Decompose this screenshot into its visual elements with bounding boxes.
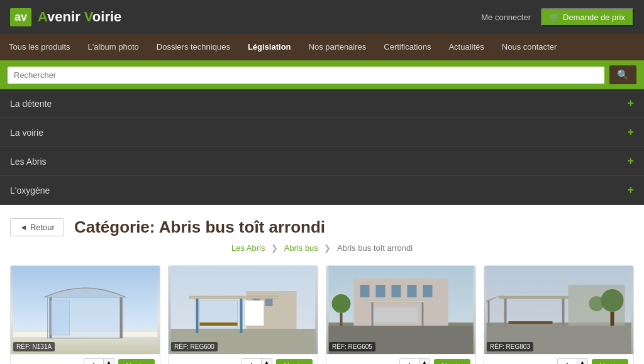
expand-icon-oxygene: + <box>627 184 634 197</box>
category-label-detente: La détente <box>10 99 52 109</box>
product-card-1: RÉF: N131A ▲ ▼ Ajouter <box>10 265 160 364</box>
qty-up-4[interactable]: ▲ <box>577 359 587 364</box>
header-right: Me connecter 🛒 Demande de prix <box>481 8 634 26</box>
add-button-4[interactable]: Ajouter <box>592 359 628 364</box>
svg-rect-36 <box>499 296 569 299</box>
breadcrumb-sep2: ❯ <box>324 243 333 253</box>
cart-button[interactable]: 🛒 Demande de prix <box>541 8 634 26</box>
qty-spinners-4: ▲ ▼ <box>577 359 587 364</box>
qty-spinners-3: ▲ ▼ <box>419 359 430 364</box>
search-bar: 🔍 <box>0 60 644 89</box>
svg-point-43 <box>589 296 604 311</box>
category-label-oxygene: L'oxygène <box>10 185 50 196</box>
svg-rect-13 <box>196 299 199 333</box>
svg-rect-25 <box>423 285 433 297</box>
breadcrumb-current: Abris bus toît arrondi <box>337 243 413 253</box>
bus-shelter-svg-4 <box>484 266 633 354</box>
back-label: Retour <box>30 223 55 232</box>
nav-certifications[interactable]: Certifications <box>375 34 440 60</box>
ref-badge-3: RÉF: REG605 <box>329 342 375 351</box>
svg-rect-6 <box>51 301 70 335</box>
svg-rect-12 <box>190 296 278 299</box>
nav-tous-produits[interactable]: Tous les produits <box>0 34 79 60</box>
qty-up-3[interactable]: ▲ <box>419 359 430 364</box>
svg-rect-5 <box>120 297 123 338</box>
category-item-oxygene[interactable]: L'oxygène + <box>0 176 644 205</box>
qty-field-3[interactable] <box>400 360 419 364</box>
ref-badge-4: RÉF: REG803 <box>487 342 533 351</box>
login-link[interactable]: Me connecter <box>481 13 531 22</box>
logo-area: av Avenir Voirie <box>10 8 121 26</box>
ref-badge-1: RÉF: N131A <box>13 342 55 351</box>
breadcrumb-abris[interactable]: Les Abris <box>231 243 265 253</box>
svg-rect-38 <box>562 299 565 327</box>
qty-input-4[interactable]: ▲ ▼ <box>557 358 588 364</box>
search-icon: 🔍 <box>617 69 629 80</box>
product-image-2: RÉF: REG600 <box>169 266 318 354</box>
qty-input-3[interactable]: ▲ ▼ <box>399 358 430 364</box>
add-button-1[interactable]: Ajouter <box>118 359 155 364</box>
ref-badge-2: RÉF: REG600 <box>171 342 218 351</box>
svg-rect-14 <box>240 299 243 333</box>
page-header: ◄ Retour Catégorie: Abris bus toît arron… <box>10 218 634 237</box>
bus-shelter-svg-2 <box>169 266 318 354</box>
search-button[interactable]: 🔍 <box>609 65 636 84</box>
cart-icon: 🛒 <box>550 13 560 22</box>
brand-v: V <box>84 9 92 25</box>
qty-input-2[interactable]: ▲ ▼ <box>242 358 272 364</box>
logo-letters: av <box>14 11 27 23</box>
qty-up-2[interactable]: ▲ <box>262 359 272 364</box>
svg-rect-21 <box>360 285 370 297</box>
main-nav: Tous les produits L'album photo Dossiers… <box>0 34 644 60</box>
svg-rect-16 <box>200 323 238 326</box>
expand-icon-detente: + <box>627 97 634 110</box>
product-footer-1: ▲ ▼ Ajouter <box>11 354 160 364</box>
svg-rect-26 <box>367 301 430 302</box>
nav-album-photo[interactable]: L'album photo <box>79 34 148 60</box>
svg-rect-42 <box>611 312 614 326</box>
category-item-detente[interactable]: La détente + <box>0 89 644 118</box>
breadcrumb: Les Abris ❯ Abris bus ❯ Abris bus toît a… <box>10 243 634 253</box>
expand-icon-voirie: + <box>627 126 634 139</box>
nav-actualites[interactable]: Actualités <box>440 34 492 60</box>
svg-rect-37 <box>504 299 507 327</box>
nav-dossiers[interactable]: Dossiers techniques <box>148 34 239 60</box>
bus-shelter-svg-1 <box>11 266 160 354</box>
category-label-abris: Les Abris <box>10 157 47 167</box>
qty-field-4[interactable] <box>558 360 577 364</box>
product-card-2: RÉF: REG600 ▲ ▼ Ajouter <box>168 265 318 364</box>
add-button-2[interactable]: Ajouter <box>276 359 313 364</box>
header: av Avenir Voirie Me connecter 🛒 Demande … <box>0 0 644 34</box>
svg-rect-23 <box>392 285 401 297</box>
brand-name: Avenir Voirie <box>38 9 121 25</box>
qty-input-1[interactable]: ▲ ▼ <box>84 358 114 364</box>
qty-field-2[interactable] <box>242 360 261 364</box>
logo-box: av <box>10 8 31 26</box>
category-item-voirie[interactable]: La voirie + <box>0 118 644 147</box>
qty-up-1[interactable]: ▲ <box>104 359 114 364</box>
svg-rect-24 <box>408 285 417 297</box>
breadcrumb-abris-bus[interactable]: Abris bus <box>284 243 318 253</box>
search-input[interactable] <box>8 67 604 84</box>
product-grid: RÉF: N131A ▲ ▼ Ajouter <box>10 265 634 364</box>
back-button[interactable]: ◄ Retour <box>10 218 64 236</box>
bus-shelter-svg-3 <box>326 266 475 354</box>
qty-field-1[interactable] <box>84 360 103 364</box>
product-footer-4: ▲ ▼ Ajouter <box>484 354 633 364</box>
product-image-4: RÉF: REG803 <box>484 266 633 354</box>
svg-point-41 <box>601 289 624 312</box>
nav-contact[interactable]: Nous contacter <box>493 34 565 60</box>
cart-label: Demande de prix <box>563 13 625 22</box>
nav-legislation[interactable]: Législation <box>239 34 300 60</box>
nav-partenaires[interactable]: Nos partenaires <box>300 34 375 60</box>
qty-spinners-1: ▲ ▼ <box>103 359 114 364</box>
svg-rect-40 <box>509 321 553 324</box>
main-content: ◄ Retour Catégorie: Abris bus toît arron… <box>0 205 644 364</box>
brand-a: A <box>38 9 47 25</box>
category-label-voirie: La voirie <box>10 128 43 138</box>
svg-rect-22 <box>376 285 386 297</box>
category-item-abris[interactable]: Les Abris + <box>0 147 644 176</box>
back-icon: ◄ <box>19 223 28 232</box>
breadcrumb-sep1: ❯ <box>271 243 280 253</box>
add-button-3[interactable]: Ajouter <box>434 359 470 364</box>
